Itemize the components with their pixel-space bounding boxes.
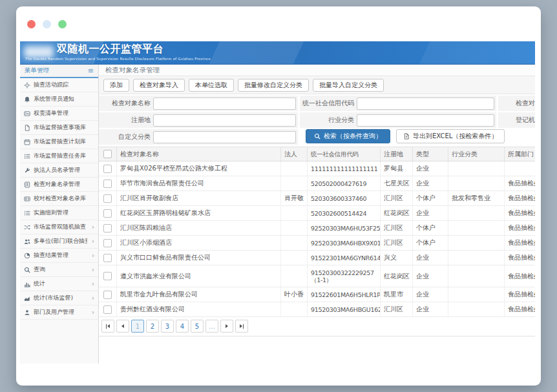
custom-category-label: 自定义分类 — [99, 132, 153, 141]
sidebar-item-15[interactable]: 统计› — [20, 277, 98, 291]
search-icon — [24, 267, 30, 273]
maximize-window-button[interactable] — [58, 20, 67, 28]
row-checkbox[interactable] — [103, 194, 112, 203]
cell-legal-person — [281, 265, 308, 287]
pagination-page-2[interactable]: 2 — [146, 320, 159, 333]
clipped-label-row1: 检查对 — [498, 99, 535, 108]
cell-legal-person — [281, 206, 308, 220]
chevron-right-icon: › — [92, 224, 94, 231]
add-button[interactable]: 添加 — [103, 79, 129, 92]
cell-type: 企业 — [413, 265, 448, 287]
pagination: 12345… — [99, 317, 535, 336]
user-icon — [24, 309, 30, 316]
shuffle-icon — [24, 224, 30, 231]
sidebar-item-9[interactable]: 校对检查对象名录库 — [20, 192, 98, 206]
menu-toggle-icon[interactable]: ≡ — [88, 67, 94, 74]
pagination-next-button[interactable] — [220, 320, 233, 333]
row-checkbox[interactable] — [103, 224, 112, 232]
cell-department: 食品抽检处 — [505, 191, 535, 205]
sidebar-item-4[interactable]: 市场监督抽查事项库 — [20, 121, 98, 135]
pagination-first-button[interactable] — [101, 320, 114, 333]
row-checkbox[interactable] — [103, 305, 112, 314]
search-button[interactable]: 检索（按条件查询） — [306, 129, 390, 143]
pagination-page-4[interactable]: 4 — [176, 320, 189, 333]
table-row: 汇川区小添烟酒店92520303MA6HBX9X01汇川区个体户食品抽检处 — [99, 236, 535, 251]
cell-legal-person — [281, 176, 308, 191]
row-checkbox-cell — [99, 287, 117, 302]
sidebar-item-5[interactable]: 市场监督抽查计划库 — [20, 135, 98, 149]
row-checkbox[interactable] — [103, 291, 112, 299]
sidebar-title: 菜单管理 — [25, 67, 49, 75]
target-name-input[interactable] — [153, 98, 296, 110]
cell-name: 红花岗区玉屏路明桂铭矿泉水店 — [117, 206, 281, 220]
cell-registered-place: 汇川区 — [381, 221, 413, 235]
users-icon — [24, 238, 30, 245]
cell-legal-person: 叶小香 — [281, 287, 308, 302]
sidebar-item-6[interactable]: 市场监督抽查任务库 — [20, 149, 98, 163]
row-checkbox[interactable] — [103, 180, 112, 188]
row-checkbox[interactable] — [103, 209, 112, 218]
sidebar-item-label: 市场监督双随机抽查 — [34, 223, 87, 231]
pie-chart-icon — [24, 253, 30, 259]
cell-name: 贵州黔红酒业有限公司 — [117, 302, 281, 316]
cell-department: 食品抽检处 — [505, 221, 535, 235]
batch-edit-custom-category-button[interactable]: 批量修改自定义分类 — [238, 79, 309, 92]
image-list-icon — [24, 110, 30, 117]
cell-registered-place: 罗甸县 — [381, 161, 413, 176]
registered-place-label: 注册地 — [99, 116, 153, 125]
bar-chart-icon — [24, 281, 30, 287]
row-checkbox[interactable] — [103, 254, 112, 262]
sidebar-item-8[interactable]: 检查对象名录管理 — [20, 178, 98, 192]
sidebar-item-2[interactable]: 系统管理员通知 — [20, 92, 98, 107]
cell-registered-place: 汇川区 — [381, 302, 413, 316]
sidebar-item-label: 市场监督抽查计划库 — [34, 138, 94, 146]
pagination-last-button[interactable] — [235, 320, 248, 333]
batch-import-custom-category-button[interactable]: 批量导入自定义分类 — [313, 79, 384, 92]
chevron-right-icon: › — [92, 253, 94, 259]
registered-place-input[interactable] — [153, 114, 296, 127]
close-window-button[interactable] — [27, 20, 36, 28]
sidebar-item-label: 检查对象名录管理 — [34, 180, 94, 189]
minimize-window-button[interactable] — [43, 20, 51, 28]
export-excel-button[interactable]: 导出到EXCEL（按检索条件） — [396, 129, 505, 143]
pagination-page-5[interactable]: 5 — [191, 320, 204, 333]
address-book-icon — [24, 181, 30, 188]
select-all-checkbox[interactable] — [103, 150, 112, 158]
row-checkbox[interactable] — [103, 239, 112, 247]
select-all-checkbox-cell — [99, 147, 117, 161]
sidebar-item-3[interactable]: 权责清单管理 — [20, 107, 98, 121]
export-button-label: 导出到EXCEL（按检索条件） — [413, 132, 498, 141]
sidebar-item-13[interactable]: 抽查结果管理› — [20, 249, 98, 263]
industry-label: 行业分类 — [300, 116, 357, 125]
cell-credit-code: 92520303MA6HBX9X01 — [308, 236, 381, 250]
sidebar-item-14[interactable]: 查询› — [20, 263, 98, 277]
pagination-prev-button[interactable] — [116, 320, 129, 333]
pagination-ellipsis: … — [205, 320, 218, 333]
pagination-page-3[interactable]: 3 — [161, 320, 174, 333]
import-targets-button[interactable]: 检查对象导入 — [133, 79, 185, 92]
row-checkbox[interactable] — [103, 272, 112, 280]
col-header-credit-code: 统一社会信用代码 — [308, 147, 381, 161]
sidebar-item-7[interactable]: 执法人员名录管理 — [20, 163, 98, 178]
first-page-icon — [106, 324, 107, 329]
chevron-right-icon: › — [92, 238, 94, 245]
credit-code-input[interactable] — [357, 98, 494, 110]
col-header-registered-place: 注册地 — [381, 147, 413, 161]
sidebar-item-11[interactable]: 市场监督双随机抽查› — [20, 220, 98, 234]
pagination-page-1[interactable]: 1 — [131, 320, 144, 333]
sidebar-item-16[interactable]: 统计(市场监督)› — [20, 291, 98, 305]
cell-legal-person — [281, 221, 308, 235]
sidebar-item-10[interactable]: 实施细则管理 — [20, 206, 98, 220]
task-list-icon — [24, 153, 30, 160]
row-checkbox[interactable] — [103, 165, 112, 173]
cell-industry — [448, 265, 505, 287]
sidebar-item-12[interactable]: 多单位(部门)联合抽查› — [20, 234, 98, 249]
custom-category-input[interactable] — [153, 131, 296, 143]
row-checkbox-cell — [99, 191, 117, 205]
industry-input[interactable] — [357, 114, 494, 127]
select-own-unit-button[interactable]: 本单位选取 — [189, 79, 234, 92]
cell-type: 企业 — [413, 206, 448, 220]
breadcrumb-item: 检查对象名录管理 — [105, 66, 160, 74]
sidebar-item-17[interactable]: 部门及用户管理› — [20, 305, 98, 320]
sidebar-item-1[interactable]: 抽查活动跟踪 — [20, 78, 98, 92]
